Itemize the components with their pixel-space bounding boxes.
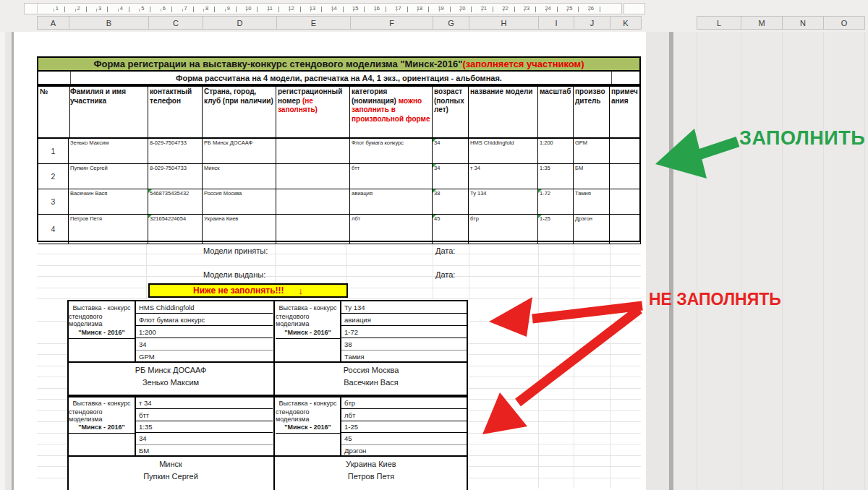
table-cell[interactable]: Зенько Максим <box>69 139 148 164</box>
card-value-cell[interactable]: т 34 <box>136 397 273 409</box>
table-cell[interactable]: бтр <box>469 215 538 244</box>
table-header-cell[interactable]: примечания <box>610 87 641 139</box>
date-label[interactable]: Дата: <box>435 270 455 279</box>
table-cell[interactable]: 38 <box>433 189 469 215</box>
column-header-b[interactable]: B <box>69 16 149 30</box>
table-cell[interactable]: бтт <box>350 164 433 189</box>
column-header-o[interactable]: O <box>823 16 865 30</box>
column-header-e[interactable]: E <box>276 16 351 30</box>
table-cell[interactable] <box>276 215 350 244</box>
do-not-fill-below-warning-cell[interactable]: Ниже не заполнять!!! ↓ <box>148 283 348 298</box>
card-value-cell[interactable]: GPM <box>136 351 273 363</box>
table-cell[interactable]: Тамия <box>574 189 610 215</box>
date-label[interactable]: Дата: <box>435 246 455 255</box>
card-value-cell[interactable]: Ту 134 <box>341 301 467 314</box>
card-label-cell[interactable]: стендового моделизма <box>69 314 135 326</box>
column-header-k[interactable]: K <box>610 16 642 30</box>
table-cell[interactable]: Флот бумага конкурс <box>350 139 433 164</box>
card-label-cell[interactable]: стендового моделизма <box>276 314 340 326</box>
card-label-cell[interactable]: стендового моделизма <box>276 409 340 421</box>
table-cell[interactable]: лбт <box>350 215 433 244</box>
table-cell[interactable]: Украина Киев <box>203 215 276 244</box>
table-header-cell[interactable]: Страна, город, клуб (при наличии) <box>203 87 276 139</box>
table-cell[interactable] <box>610 215 641 244</box>
card-label-cell[interactable]: "Минск - 2016" <box>276 421 340 433</box>
table-cell[interactable]: РБ Минск ДОСААФ <box>203 139 276 164</box>
column-header-l[interactable]: L <box>697 16 741 30</box>
column-header-i[interactable]: I <box>538 16 574 30</box>
column-header-n[interactable]: N <box>782 16 824 30</box>
table-cell[interactable] <box>276 139 350 164</box>
table-cell[interactable] <box>610 164 641 189</box>
models-accepted-label[interactable]: Модели приняты: <box>203 246 268 255</box>
table-cell[interactable]: Ту 134 <box>469 189 538 215</box>
table-cell[interactable] <box>276 189 350 215</box>
table-header-cell[interactable]: возраст (полных лет) <box>433 87 469 139</box>
card-value-cell[interactable]: бтр <box>341 397 467 409</box>
column-header-d[interactable]: D <box>203 16 277 30</box>
table-cell[interactable]: 45 <box>433 215 469 244</box>
card-name-cell[interactable]: Зенько Максим <box>69 376 273 388</box>
table-cell[interactable]: т 34 <box>469 164 538 189</box>
table-cell[interactable]: БМ <box>574 164 610 189</box>
card-value-cell[interactable]: Дрэгон <box>341 445 467 457</box>
table-cell[interactable]: 1:35 <box>538 164 574 189</box>
table-cell[interactable]: 5468735435432 <box>148 189 203 215</box>
card-label-cell[interactable]: "Минск - 2016" <box>276 326 340 338</box>
table-cell[interactable]: 1-25 <box>538 215 574 244</box>
form-subtitle-cell[interactable]: Форма рассчитана на 4 модели, распечатка… <box>38 72 639 84</box>
table-header-cell[interactable]: Фамилия и имя участника <box>69 87 148 139</box>
card-value-cell[interactable]: БМ <box>136 445 273 457</box>
card-label-cell[interactable]: Выставка - конкурс <box>69 301 135 314</box>
table-cell[interactable] <box>276 164 350 189</box>
form-title-cell[interactable]: Форма регистрации на выставку-конкурс ст… <box>38 58 639 72</box>
table-cell[interactable]: HMS Chiddingfold <box>469 139 538 164</box>
table-cell[interactable]: 1-72 <box>538 189 574 215</box>
column-header-g[interactable]: G <box>433 16 469 30</box>
card-name-cell[interactable]: Россия Москва <box>276 364 467 376</box>
card-value-cell[interactable]: Тамия <box>341 351 467 363</box>
table-cell[interactable]: авиация <box>350 189 433 215</box>
card-value-cell[interactable]: 1:200 <box>136 326 273 338</box>
table-cell[interactable] <box>610 189 641 215</box>
row-number-cell[interactable]: 2 <box>38 164 69 189</box>
card-value-cell[interactable]: 45 <box>341 433 467 444</box>
column-header-h[interactable]: H <box>469 16 539 30</box>
card-name-cell[interactable]: РБ Минск ДОСААФ <box>69 364 273 376</box>
card-value-cell[interactable]: 1:35 <box>136 421 273 433</box>
row-number-cell[interactable]: 3 <box>38 189 69 215</box>
card-value-cell[interactable]: лбт <box>341 409 467 421</box>
table-cell[interactable]: GPM <box>574 139 610 164</box>
table-header-cell[interactable]: контактный телефон <box>148 87 203 139</box>
models-issued-label[interactable]: Модели выданы: <box>203 270 265 279</box>
card-name-cell[interactable]: Васечкин Вася <box>276 376 467 388</box>
table-cell[interactable]: Россия Москва <box>203 189 276 215</box>
row-number-cell[interactable]: 4 <box>38 215 69 244</box>
card-value-cell[interactable]: 34 <box>136 433 273 444</box>
table-cell[interactable] <box>610 139 641 164</box>
column-header-j[interactable]: J <box>574 16 610 30</box>
card-label-cell[interactable]: "Минск - 2016" <box>69 326 135 338</box>
table-cell[interactable]: Пупкин Сергей <box>69 164 148 189</box>
table-cell[interactable]: Васечкин Вася <box>69 189 148 215</box>
table-header-cell[interactable]: масштаб <box>538 87 574 139</box>
card-label-cell[interactable]: Выставка - конкурс <box>276 301 340 314</box>
column-header-m[interactable]: M <box>741 16 783 30</box>
card-label-cell[interactable]: "Минск - 2016" <box>69 421 135 433</box>
card-value-cell[interactable]: 34 <box>136 338 273 351</box>
table-header-cell[interactable]: название модели <box>469 87 538 139</box>
table-cell[interactable]: 34 <box>433 139 469 164</box>
table-header-cell[interactable]: регистрационный номер (не заполнять) <box>276 87 350 139</box>
card-value-cell[interactable]: бтт <box>136 409 273 421</box>
column-header-a[interactable]: A <box>37 16 69 30</box>
card-value-cell[interactable]: Флот бумага конкурс <box>136 314 273 326</box>
table-cell[interactable]: Дрэгон <box>574 215 610 244</box>
card-name-cell[interactable]: Пупкин Сергей <box>69 470 273 482</box>
table-header-cell[interactable]: категория (номинация) можно заполнить в … <box>350 87 433 139</box>
table-cell[interactable]: 8-029-7504733 <box>148 139 203 164</box>
table-header-cell[interactable]: № <box>38 87 70 139</box>
card-value-cell[interactable]: 1-25 <box>341 421 467 433</box>
table-header-cell[interactable]: производитель <box>574 87 610 139</box>
table-cell[interactable]: 34 <box>433 164 469 189</box>
table-cell[interactable]: 1:200 <box>538 139 574 164</box>
